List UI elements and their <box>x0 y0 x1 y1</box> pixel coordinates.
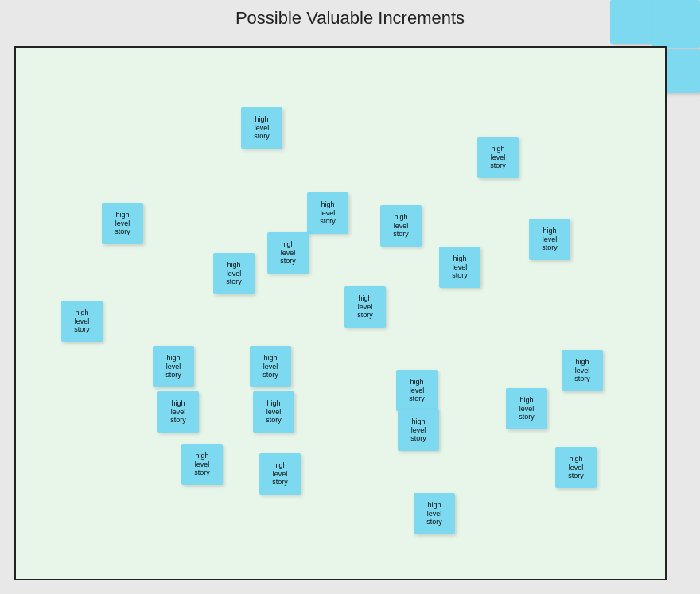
sticky-note-4[interactable]: highlevelstory <box>307 192 348 234</box>
corner-note-2 <box>652 0 700 48</box>
sticky-note-21[interactable]: highlevelstory <box>259 453 301 495</box>
sticky-note-6[interactable]: highlevelstory <box>529 219 570 260</box>
sticky-note-20[interactable]: highlevelstory <box>181 444 223 485</box>
sticky-note-18[interactable]: highlevelstory <box>398 410 439 451</box>
sticky-note-23[interactable]: highlevelstory <box>555 447 597 488</box>
sticky-note-10[interactable]: highlevelstory <box>439 247 480 288</box>
sticky-note-7[interactable]: highlevelstory <box>213 253 255 294</box>
sticky-note-22[interactable]: highlevelstory <box>414 493 455 534</box>
canvas-area: highlevelstory highlevelstory highlevels… <box>14 46 667 580</box>
sticky-note-16[interactable]: highlevelstory <box>158 391 199 433</box>
sticky-note-19[interactable]: highlevelstory <box>506 388 547 429</box>
sticky-note-13[interactable]: highlevelstory <box>250 346 291 387</box>
sticky-note-17[interactable]: highlevelstory <box>253 391 294 433</box>
page-title: Possible Valuable Increments <box>0 0 700 35</box>
sticky-note-8[interactable]: highlevelstory <box>267 232 309 274</box>
sticky-note-1[interactable]: highlevelstory <box>241 107 282 149</box>
sticky-note-12[interactable]: highlevelstory <box>153 346 194 387</box>
sticky-note-5[interactable]: highlevelstory <box>380 205 422 247</box>
sticky-note-14[interactable]: highlevelstory <box>396 370 438 411</box>
sticky-note-2[interactable]: highlevelstory <box>102 203 143 244</box>
sticky-note-11[interactable]: highlevelstory <box>61 301 103 342</box>
corner-note-1 <box>610 0 656 44</box>
sticky-note-3[interactable]: highlevelstory <box>477 137 519 178</box>
sticky-note-15[interactable]: highlevelstory <box>562 350 603 391</box>
sticky-note-9[interactable]: highlevelstory <box>344 286 386 328</box>
